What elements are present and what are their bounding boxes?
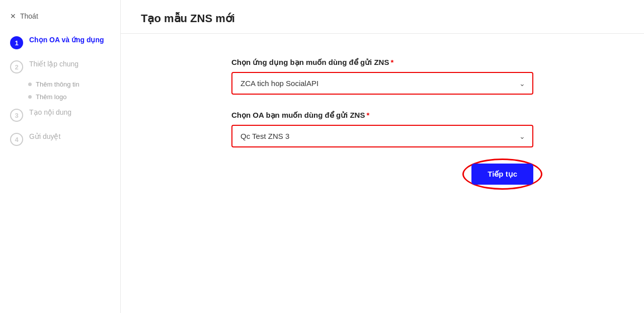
steps-nav: 1 Chọn OA và ứng dụng 2 Thiết lập chung … [0, 30, 120, 151]
main-content: Tạo mẫu ZNS mới Chọn ứng dụng bạn muốn d… [121, 0, 644, 313]
app-select-wrapper[interactable]: ZCA tich hop SocialAPI ⌄ [231, 72, 533, 95]
oa-selector-group: Chọn OA bạn muốn dùng để gửi ZNS* Qc Tes… [231, 111, 533, 147]
page-header: Tạo mẫu ZNS mới [121, 0, 644, 34]
continue-button[interactable]: Tiếp tục [471, 164, 533, 185]
exit-label: Thoát [20, 12, 38, 20]
form-area: Chọn ứng dụng bạn muốn dùng để gửi ZNS* … [121, 34, 644, 313]
sidebar: ✕ Thoát 1 Chọn OA và ứng dụng 2 Thiết lậ… [0, 0, 121, 313]
step-4-circle: 4 [10, 133, 23, 146]
exit-button[interactable]: ✕ Thoát [0, 8, 120, 30]
step-3-circle: 3 [10, 109, 23, 122]
step-3: 3 Tạo nội dung [0, 103, 120, 127]
oa-required: * [366, 111, 369, 119]
step-2-substeps: Thêm thông tin Thêm logo [0, 79, 120, 103]
button-row: Tiếp tục [231, 164, 533, 185]
step-1-circle: 1 [10, 36, 23, 49]
step-1-label: Chọn OA và ứng dụng [29, 35, 104, 45]
substep-label-2: Thêm logo [36, 93, 66, 101]
close-icon: ✕ [10, 12, 16, 20]
step-2-label: Thiết lập chung [29, 59, 78, 69]
app-label: Chọn ứng dụng bạn muốn dùng để gửi ZNS* [231, 58, 533, 67]
app-select[interactable]: ZCA tich hop SocialAPI [232, 73, 532, 94]
substep-logo: Thêm logo [28, 93, 120, 101]
step-2: 2 Thiết lập chung [0, 54, 120, 79]
substep-dot-2 [28, 95, 32, 99]
oa-label: Chọn OA bạn muốn dùng để gửi ZNS* [231, 111, 533, 120]
substep-label-1: Thêm thông tin [36, 81, 79, 88]
app-required: * [390, 58, 393, 66]
step-4-label: Gửi duyệt [29, 132, 60, 142]
step-3-label: Tạo nội dung [29, 108, 71, 118]
step-1[interactable]: 1 Chọn OA và ứng dụng [0, 30, 120, 54]
step-4: 4 Gửi duyệt [0, 127, 120, 151]
oa-select[interactable]: Qc Test ZNS 3 [232, 126, 532, 146]
form-inner: Chọn ứng dụng bạn muốn dùng để gửi ZNS* … [231, 58, 533, 185]
step-2-circle: 2 [10, 60, 23, 73]
substep-thong-tin: Thêm thông tin [28, 81, 120, 88]
page-title: Tạo mẫu ZNS mới [141, 12, 624, 25]
app-selector-group: Chọn ứng dụng bạn muốn dùng để gửi ZNS* … [231, 58, 533, 95]
oa-select-wrapper[interactable]: Qc Test ZNS 3 ⌄ [231, 125, 533, 147]
substep-dot-1 [28, 83, 32, 86]
continue-button-highlight: Tiếp tục [471, 164, 533, 185]
